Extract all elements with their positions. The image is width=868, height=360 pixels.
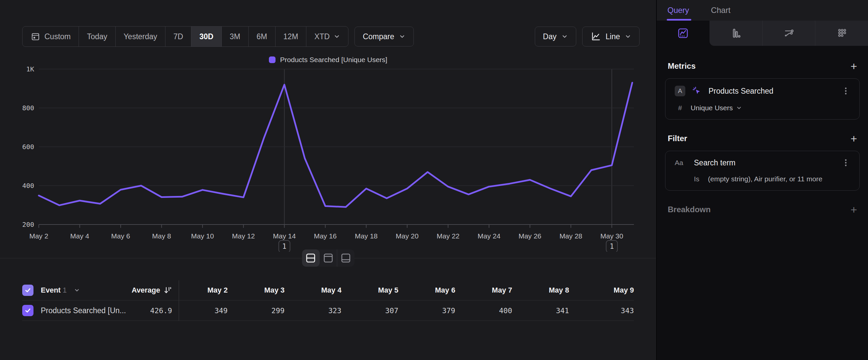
table-col-header: May 8 [520, 286, 577, 295]
section-divider [0, 258, 656, 258]
kebab-menu-icon[interactable] [841, 158, 850, 168]
layout-table-button[interactable] [337, 249, 354, 267]
average-header-label: Average [132, 286, 160, 295]
range-button-3m[interactable]: 3M [222, 27, 249, 47]
range-button-label: 3M [230, 32, 240, 41]
layout-chart-button[interactable] [320, 249, 337, 267]
filter-card[interactable]: Aa Search term Is (empty string), Air pu… [665, 151, 860, 191]
filter-property-name[interactable]: Search term [694, 159, 836, 167]
x-axis-tick-label: May 16 [314, 232, 337, 240]
measure-label: Unique Users [691, 104, 733, 112]
x-axis-tick-label: May 2 [29, 232, 48, 240]
active-tab-underline [667, 19, 691, 21]
app: CustomTodayYesterday7D30D3M6M12MXTD Comp… [0, 0, 868, 360]
granularity-button[interactable]: Day [535, 27, 576, 47]
chart-type-label: Line [606, 32, 620, 41]
x-axis-tick-label: May 8 [152, 232, 171, 240]
annotation-badge[interactable]: 1 [279, 241, 290, 252]
table-cell: 299 [236, 307, 293, 315]
add-breakdown-button[interactable]: + [850, 204, 857, 215]
line-chart-svg: 1K800600400200May 2May 4May 6May 8May 10… [22, 66, 634, 252]
x-axis-tick-label: May 28 [559, 232, 582, 240]
range-button-7d[interactable]: 7D [165, 27, 191, 47]
tab-chart[interactable]: Chart [711, 6, 731, 15]
table-col-header: May 6 [406, 286, 464, 295]
table-cell: 400 [463, 307, 520, 315]
results-table: Event 1 Average May 2May 3May 4May 5May … [22, 280, 634, 321]
range-button-label: Custom [44, 32, 71, 41]
annotation-badge[interactable]: 1 [606, 241, 617, 252]
table-cell: 349 [179, 307, 236, 315]
range-button-label: Yesterday [124, 32, 157, 41]
side-panel: Query Chart [656, 0, 868, 360]
chevron-down-icon[interactable] [74, 287, 80, 293]
line-chart-icon [590, 31, 601, 42]
view-tab-more-grid[interactable] [815, 21, 868, 46]
range-button-label: 6M [257, 32, 267, 41]
breakdown-section-header: Breakdown + [665, 191, 860, 215]
x-axis-tick-label: May 26 [519, 232, 541, 240]
range-button-custom[interactable]: Custom [23, 27, 79, 47]
metric-name[interactable]: Products Searched [709, 87, 836, 95]
table-col-header: May 9 [577, 286, 634, 295]
table-col-header: May 2 [179, 286, 236, 295]
table-cell: 307 [349, 307, 406, 315]
row-checkbox[interactable] [22, 305, 33, 316]
average-header[interactable]: Average [132, 286, 179, 295]
filter-operator: Is [694, 175, 699, 183]
x-axis-tick-label: May 20 [396, 232, 419, 240]
metric-card[interactable]: A Products Searched # Unique Users [665, 78, 860, 119]
view-type-tabs [657, 21, 868, 46]
tab-query[interactable]: Query [668, 6, 689, 15]
filter-condition[interactable]: Is (empty string), Air purifier, or 11 m… [694, 175, 850, 183]
chart-type-button[interactable]: Line [582, 27, 640, 47]
granularity-label: Day [543, 32, 557, 41]
layout-table-icon [340, 253, 351, 264]
range-button-today[interactable]: Today [79, 27, 115, 47]
x-axis-tick-label: May 6 [111, 232, 130, 240]
range-button-6m[interactable]: 6M [249, 27, 276, 47]
average-value: 426.9 [150, 307, 172, 315]
range-button-12m[interactable]: 12M [276, 27, 307, 47]
table-divider [179, 280, 179, 321]
table-row: Products Searched [Un... 426.9 349299323… [22, 301, 634, 321]
kebab-menu-icon[interactable] [841, 86, 850, 96]
chevron-down-icon [625, 33, 631, 40]
metrics-section-header: Metrics + [665, 46, 860, 72]
select-all-checkbox[interactable] [22, 285, 33, 296]
insights-icon [676, 27, 690, 40]
range-button-xtd[interactable]: XTD [306, 27, 348, 47]
compare-button[interactable]: Compare [354, 27, 414, 47]
main-area: CustomTodayYesterday7D30D3M6M12MXTD Comp… [0, 0, 656, 360]
row-name[interactable]: Products Searched [Un... [41, 306, 126, 315]
layout-toggle [302, 249, 354, 267]
view-tab-flows[interactable] [763, 21, 816, 46]
line-chart: 1K800600400200May 2May 4May 6May 8May 10… [0, 66, 656, 252]
chevron-down-icon [561, 33, 568, 40]
metric-letter-badge: A [675, 86, 685, 96]
date-headers: May 2May 3May 4May 5May 6May 7May 8May 9 [179, 286, 634, 295]
layout-chart-icon [322, 253, 334, 264]
table-cell: 379 [406, 307, 464, 315]
string-property-icon: Aa [675, 159, 688, 167]
data-series-line[interactable] [39, 83, 632, 207]
event-header-label[interactable]: Event 1 [41, 286, 67, 295]
layout-split-button[interactable] [302, 249, 320, 267]
measure-selector[interactable]: Unique Users [691, 104, 742, 112]
add-metric-button[interactable]: + [850, 60, 857, 72]
add-filter-button[interactable]: + [850, 133, 857, 144]
range-button-yesterday[interactable]: Yesterday [116, 27, 165, 47]
chart-legend[interactable]: Products Searched [Unique Users] [0, 54, 656, 66]
measure-type-icon: # [675, 104, 685, 112]
filter-value: (empty string), Air purifier, or 11 more [708, 175, 822, 183]
event-click-icon [691, 85, 703, 96]
x-axis-tick-label: May 24 [477, 232, 500, 240]
bar-chart-icon [729, 27, 742, 40]
metrics-heading: Metrics [668, 61, 695, 71]
range-button-30d[interactable]: 30D [191, 27, 221, 47]
view-tab-bar-chart[interactable] [710, 21, 763, 46]
row-event: Products Searched [Un... [22, 305, 132, 316]
legend-swatch [269, 56, 276, 63]
view-tab-insights[interactable] [657, 21, 710, 46]
chevron-down-icon [334, 33, 340, 40]
